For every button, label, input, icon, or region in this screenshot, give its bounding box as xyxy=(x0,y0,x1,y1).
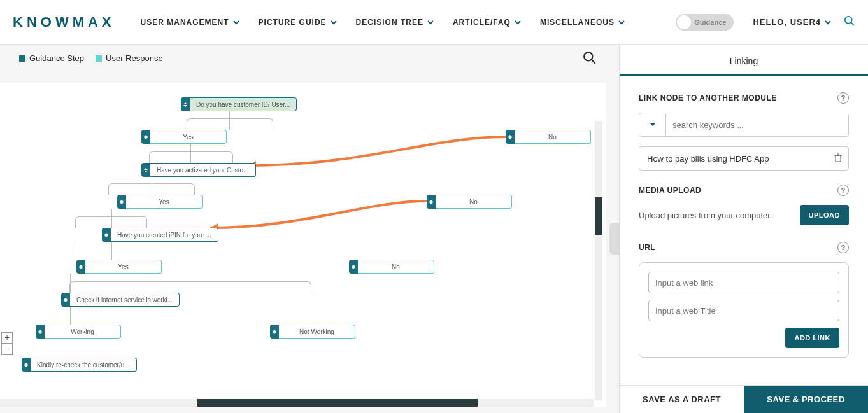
node-label: Yes xyxy=(150,130,227,144)
edge xyxy=(108,183,195,195)
node-handle[interactable] xyxy=(141,130,150,144)
node-yes-2[interactable]: Yes xyxy=(117,195,203,209)
node-handle[interactable] xyxy=(61,293,70,307)
node-yes-1[interactable]: Yes xyxy=(141,130,227,144)
node-handle[interactable] xyxy=(141,163,150,177)
node-ipin[interactable]: Have you created iPIN for your ... xyxy=(102,228,218,242)
nav-user-management[interactable]: USER MANAGEMENT xyxy=(141,18,239,27)
node-label: Working xyxy=(45,325,121,339)
legend-response: User Response xyxy=(96,53,163,63)
chevron-down-icon xyxy=(331,19,337,25)
sidebar-panel: Linking LINK NODE TO ANOTHER MODULE ? Ho… xyxy=(620,45,868,413)
legend-swatch xyxy=(96,55,102,62)
nav-article-faq[interactable]: ARTICLE/FAQ xyxy=(453,18,521,27)
node-yes-3[interactable]: Yes xyxy=(76,260,162,274)
vertical-scrollbar[interactable] xyxy=(595,121,602,400)
section-media-upload: MEDIA UPLOAD ? xyxy=(639,185,849,196)
header-search-icon[interactable] xyxy=(844,15,855,29)
node-handle[interactable] xyxy=(102,228,111,242)
node-handle[interactable] xyxy=(117,195,126,209)
node-handle[interactable] xyxy=(506,130,515,144)
caret-down-icon xyxy=(650,122,656,128)
edge xyxy=(69,281,311,293)
url-box: ADD LINK xyxy=(639,262,849,358)
drawer-handle[interactable] xyxy=(609,223,620,255)
trash-icon xyxy=(833,153,843,163)
logo: KNOWMAX xyxy=(13,14,115,31)
url-link-input[interactable] xyxy=(648,272,839,293)
chevron-down-icon xyxy=(825,19,831,25)
node-activated[interactable]: Have you activated your Custo... xyxy=(141,163,256,177)
top-header: KNOWMAX USER MANAGEMENT PICTURE GUIDE DE… xyxy=(0,0,868,45)
edge xyxy=(111,241,112,260)
node-handle[interactable] xyxy=(349,260,358,274)
node-label: Kindly re-check the customer/u... xyxy=(31,358,137,372)
section-link-node: LINK NODE TO ANOTHER MODULE ? xyxy=(639,92,849,104)
add-link-button[interactable]: ADD LINK xyxy=(785,328,839,348)
link-type-dropdown[interactable] xyxy=(639,113,666,136)
zoom-out-button[interactable]: − xyxy=(1,344,13,355)
sidebar-footer: SAVE AS A DRAFT SAVE & PROCEED xyxy=(620,385,868,413)
node-label: Check if internet service is worki... xyxy=(70,293,180,307)
node-handle[interactable] xyxy=(76,260,85,274)
node-no-2[interactable]: No xyxy=(427,195,512,209)
svg-point-0 xyxy=(845,16,852,23)
help-icon[interactable]: ? xyxy=(837,185,849,196)
user-menu[interactable]: HELLO, USER4 xyxy=(753,17,831,27)
scrollbar-thumb[interactable] xyxy=(197,399,478,407)
svg-line-3 xyxy=(592,60,595,64)
edge xyxy=(149,151,233,163)
scrollbar-thumb[interactable] xyxy=(595,197,602,235)
toggle-knob xyxy=(677,15,691,29)
zoom-in-button[interactable]: + xyxy=(1,332,13,344)
node-handle[interactable] xyxy=(181,97,190,111)
chevron-down-icon xyxy=(233,19,239,25)
sidebar-title: Linking xyxy=(620,45,868,76)
node-no-3[interactable]: No xyxy=(349,260,434,274)
connector-arrow xyxy=(239,130,513,175)
link-search-input[interactable] xyxy=(666,113,848,136)
save-draft-button[interactable]: SAVE AS A DRAFT xyxy=(620,386,744,413)
help-icon[interactable]: ? xyxy=(837,92,849,104)
svg-point-2 xyxy=(584,52,592,60)
chevron-down-icon xyxy=(618,19,625,25)
save-proceed-button[interactable]: SAVE & PROCEED xyxy=(744,386,868,413)
edge xyxy=(75,216,147,228)
node-handle[interactable] xyxy=(270,325,279,339)
horizontal-scrollbar[interactable] xyxy=(0,399,594,407)
node-label: Do you have customer ID/ User... xyxy=(190,97,297,111)
node-label: Have you activated your Custo... xyxy=(150,163,256,177)
zoom-controls: + − xyxy=(1,332,13,355)
nav-miscellaneous[interactable]: MISCELLANEOUS xyxy=(540,18,625,27)
edge xyxy=(76,241,76,260)
node-internet[interactable]: Check if internet service is worki... xyxy=(61,293,180,307)
node-handle[interactable] xyxy=(36,325,45,339)
node-label: Yes xyxy=(126,195,203,209)
svg-rect-4 xyxy=(836,155,841,162)
node-handle[interactable] xyxy=(427,195,436,209)
node-handle[interactable] xyxy=(22,358,31,372)
canvas-search-icon[interactable] xyxy=(583,51,597,67)
upload-button[interactable]: UPLOAD xyxy=(800,205,849,225)
connector-arrow xyxy=(201,196,433,235)
help-icon[interactable]: ? xyxy=(837,242,849,253)
node-label: Not Working xyxy=(279,325,355,339)
chevron-down-icon xyxy=(515,19,521,25)
decision-tree-canvas[interactable]: Do you have customer ID/ User... Yes No … xyxy=(0,83,606,407)
nav-picture-guide[interactable]: PICTURE GUIDE xyxy=(259,18,337,27)
delete-link-button[interactable] xyxy=(833,153,843,165)
node-root[interactable]: Do you have customer ID/ User... xyxy=(181,97,297,111)
media-upload-row: Upload pictures from your computer. UPLO… xyxy=(639,205,849,225)
url-title-input[interactable] xyxy=(648,300,839,321)
node-recheck[interactable]: Kindly re-check the customer/u... xyxy=(22,358,137,372)
nav-decision-tree[interactable]: DECISION TREE xyxy=(356,18,434,27)
svg-line-1 xyxy=(851,22,855,25)
node-not-working[interactable]: Not Working xyxy=(270,325,355,339)
legend: Guidance Step User Response xyxy=(19,53,163,63)
guidance-toggle[interactable]: Guidance xyxy=(676,14,734,31)
node-label: No xyxy=(515,130,591,144)
node-label: Yes xyxy=(85,260,162,274)
link-search-row xyxy=(639,113,849,137)
node-no-1[interactable]: No xyxy=(506,130,591,144)
node-working[interactable]: Working xyxy=(36,325,121,339)
